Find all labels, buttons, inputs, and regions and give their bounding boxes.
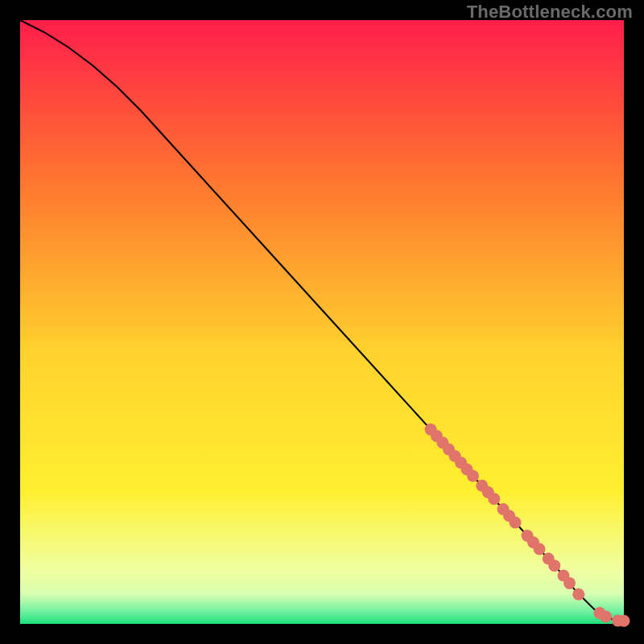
data-marker xyxy=(600,611,612,623)
plot-background xyxy=(20,20,624,624)
data-marker xyxy=(572,588,584,601)
data-marker xyxy=(488,493,500,505)
data-marker xyxy=(467,470,479,482)
data-marker xyxy=(564,577,576,589)
data-marker xyxy=(548,559,560,572)
data-marker xyxy=(618,615,630,627)
data-marker xyxy=(534,543,546,555)
data-marker xyxy=(510,517,522,529)
chart-svg xyxy=(0,0,644,644)
watermark-text: TheBottleneck.com xyxy=(467,2,633,23)
chart-stage: TheBottleneck.com xyxy=(0,0,644,644)
